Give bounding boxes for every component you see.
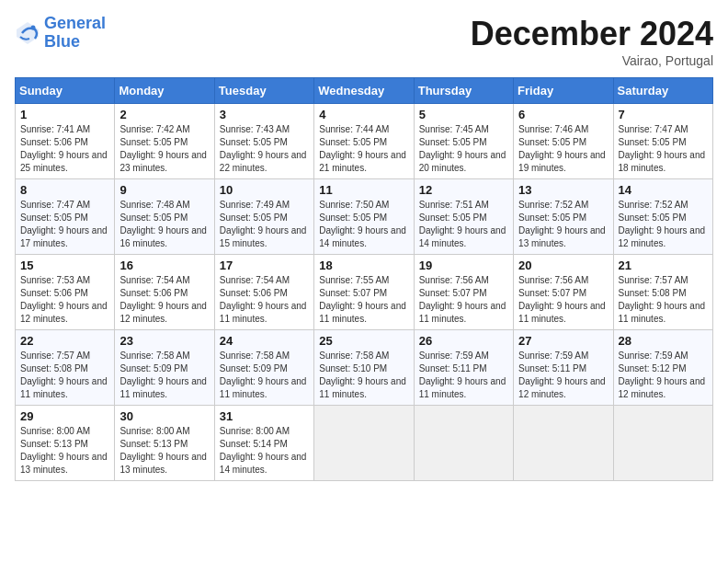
table-row — [613, 406, 712, 481]
day-info: Sunrise: 7:48 AMSunset: 5:05 PMDaylight:… — [119, 199, 209, 250]
day-number: 22 — [20, 334, 109, 348]
table-row: 14Sunrise: 7:52 AMSunset: 5:05 PMDayligh… — [613, 179, 712, 255]
table-row: 19Sunrise: 7:56 AMSunset: 5:07 PMDayligh… — [414, 255, 513, 330]
day-info: Sunrise: 7:58 AMSunset: 5:10 PMDaylight:… — [319, 350, 408, 401]
day-info: Sunrise: 7:44 AMSunset: 5:05 PMDaylight:… — [319, 123, 408, 175]
day-info: Sunrise: 7:41 AMSunset: 5:06 PMDaylight:… — [20, 123, 109, 175]
calendar-subtitle: Vairao, Portugal — [471, 53, 713, 68]
table-row: 9Sunrise: 7:48 AMSunset: 5:05 PMDaylight… — [115, 179, 214, 255]
day-number: 8 — [20, 183, 109, 197]
day-number: 19 — [419, 259, 508, 272]
logo-blue: Blue — [44, 32, 80, 51]
day-info: Sunrise: 7:59 AMSunset: 5:11 PMDaylight:… — [419, 350, 508, 401]
day-number: 25 — [319, 334, 408, 348]
table-row: 6Sunrise: 7:46 AMSunset: 5:05 PMDaylight… — [514, 104, 613, 179]
day-info: Sunrise: 7:55 AMSunset: 5:07 PMDaylight:… — [319, 274, 408, 326]
svg-point-2 — [31, 25, 36, 29]
day-info: Sunrise: 7:56 AMSunset: 5:07 PMDaylight:… — [518, 274, 608, 326]
day-number: 9 — [119, 183, 209, 197]
day-info: Sunrise: 7:45 AMSunset: 5:05 PMDaylight:… — [419, 123, 508, 175]
table-row: 16Sunrise: 7:54 AMSunset: 5:06 PMDayligh… — [115, 255, 214, 330]
logo: General Blue — [15, 15, 106, 52]
table-row: 15Sunrise: 7:53 AMSunset: 5:06 PMDayligh… — [16, 255, 115, 330]
calendar-row: 1Sunrise: 7:41 AMSunset: 5:06 PMDaylight… — [16, 104, 713, 179]
day-info: Sunrise: 8:00 AMSunset: 5:13 PMDaylight:… — [119, 425, 209, 477]
day-info: Sunrise: 7:59 AMSunset: 5:12 PMDaylight:… — [619, 350, 708, 401]
day-number: 20 — [518, 259, 608, 272]
calendar-row: 8Sunrise: 7:47 AMSunset: 5:05 PMDaylight… — [16, 179, 713, 255]
table-row: 12Sunrise: 7:51 AMSunset: 5:05 PMDayligh… — [414, 179, 513, 255]
day-info: Sunrise: 7:59 AMSunset: 5:11 PMDaylight:… — [518, 350, 608, 401]
day-info: Sunrise: 7:46 AMSunset: 5:05 PMDaylight:… — [518, 123, 608, 175]
table-row: 13Sunrise: 7:52 AMSunset: 5:05 PMDayligh… — [514, 179, 613, 255]
day-number: 7 — [619, 108, 708, 121]
table-row: 23Sunrise: 7:58 AMSunset: 5:09 PMDayligh… — [115, 330, 214, 406]
day-number: 4 — [319, 108, 408, 121]
day-number: 12 — [419, 183, 508, 197]
logo-general: General — [44, 14, 106, 32]
day-number: 23 — [119, 334, 209, 348]
table-row: 24Sunrise: 7:58 AMSunset: 5:09 PMDayligh… — [214, 330, 313, 406]
table-row: 22Sunrise: 7:57 AMSunset: 5:08 PMDayligh… — [16, 330, 115, 406]
day-number: 27 — [518, 334, 608, 348]
day-number: 30 — [119, 409, 209, 423]
day-info: Sunrise: 7:47 AMSunset: 5:05 PMDaylight:… — [619, 123, 708, 175]
day-info: Sunrise: 7:43 AMSunset: 5:05 PMDaylight:… — [220, 123, 309, 175]
table-row: 7Sunrise: 7:47 AMSunset: 5:05 PMDaylight… — [613, 104, 712, 179]
table-row — [514, 406, 613, 481]
table-row: 17Sunrise: 7:54 AMSunset: 5:06 PMDayligh… — [214, 255, 313, 330]
calendar-title: December 2024 — [471, 15, 713, 53]
table-row: 2Sunrise: 7:42 AMSunset: 5:05 PMDaylight… — [115, 104, 214, 179]
day-number: 10 — [220, 183, 309, 197]
table-row: 25Sunrise: 7:58 AMSunset: 5:10 PMDayligh… — [314, 330, 414, 406]
day-info: Sunrise: 7:50 AMSunset: 5:05 PMDaylight:… — [319, 199, 408, 250]
day-info: Sunrise: 7:53 AMSunset: 5:06 PMDaylight:… — [20, 274, 109, 326]
calendar-header-row: Sunday Monday Tuesday Wednesday Thursday… — [16, 78, 713, 104]
calendar-body: 1Sunrise: 7:41 AMSunset: 5:06 PMDaylight… — [16, 104, 713, 481]
day-info: Sunrise: 7:56 AMSunset: 5:07 PMDaylight:… — [419, 274, 508, 326]
day-number: 29 — [20, 409, 109, 423]
table-row: 21Sunrise: 7:57 AMSunset: 5:08 PMDayligh… — [613, 255, 712, 330]
day-number: 31 — [220, 409, 309, 423]
calendar-row: 15Sunrise: 7:53 AMSunset: 5:06 PMDayligh… — [16, 255, 713, 330]
table-row: 8Sunrise: 7:47 AMSunset: 5:05 PMDaylight… — [16, 179, 115, 255]
title-area: December 2024 Vairao, Portugal — [471, 15, 713, 68]
day-info: Sunrise: 7:54 AMSunset: 5:06 PMDaylight:… — [119, 274, 209, 326]
col-wednesday: Wednesday — [314, 78, 414, 104]
day-info: Sunrise: 7:47 AMSunset: 5:05 PMDaylight:… — [20, 199, 109, 250]
day-number: 14 — [619, 183, 708, 197]
day-number: 18 — [319, 259, 408, 272]
day-number: 21 — [619, 259, 708, 272]
day-info: Sunrise: 7:42 AMSunset: 5:05 PMDaylight:… — [119, 123, 209, 175]
col-tuesday: Tuesday — [214, 78, 313, 104]
header: General Blue December 2024 Vairao, Portu… — [15, 15, 713, 68]
day-info: Sunrise: 8:00 AMSunset: 5:14 PMDaylight:… — [220, 425, 309, 477]
col-friday: Friday — [514, 78, 613, 104]
table-row: 31Sunrise: 8:00 AMSunset: 5:14 PMDayligh… — [214, 406, 313, 481]
table-row — [314, 406, 414, 481]
table-row: 27Sunrise: 7:59 AMSunset: 5:11 PMDayligh… — [514, 330, 613, 406]
day-info: Sunrise: 7:58 AMSunset: 5:09 PMDaylight:… — [220, 350, 309, 401]
table-row: 29Sunrise: 8:00 AMSunset: 5:13 PMDayligh… — [16, 406, 115, 481]
col-saturday: Saturday — [613, 78, 712, 104]
calendar-row: 29Sunrise: 8:00 AMSunset: 5:13 PMDayligh… — [16, 406, 713, 481]
day-number: 5 — [419, 108, 508, 121]
day-number: 28 — [619, 334, 708, 348]
day-number: 24 — [220, 334, 309, 348]
day-info: Sunrise: 7:51 AMSunset: 5:05 PMDaylight:… — [419, 199, 508, 250]
logo-text: General Blue — [44, 15, 106, 52]
day-number: 15 — [20, 259, 109, 272]
table-row: 10Sunrise: 7:49 AMSunset: 5:05 PMDayligh… — [214, 179, 313, 255]
table-row — [414, 406, 513, 481]
day-info: Sunrise: 7:52 AMSunset: 5:05 PMDaylight:… — [518, 199, 608, 250]
table-row: 5Sunrise: 7:45 AMSunset: 5:05 PMDaylight… — [414, 104, 513, 179]
day-info: Sunrise: 7:57 AMSunset: 5:08 PMDaylight:… — [619, 274, 708, 326]
table-row: 1Sunrise: 7:41 AMSunset: 5:06 PMDaylight… — [16, 104, 115, 179]
day-number: 11 — [319, 183, 408, 197]
day-number: 2 — [119, 108, 209, 121]
table-row: 18Sunrise: 7:55 AMSunset: 5:07 PMDayligh… — [314, 255, 414, 330]
col-thursday: Thursday — [414, 78, 513, 104]
day-number: 6 — [518, 108, 608, 121]
table-row: 28Sunrise: 7:59 AMSunset: 5:12 PMDayligh… — [613, 330, 712, 406]
col-sunday: Sunday — [16, 78, 115, 104]
